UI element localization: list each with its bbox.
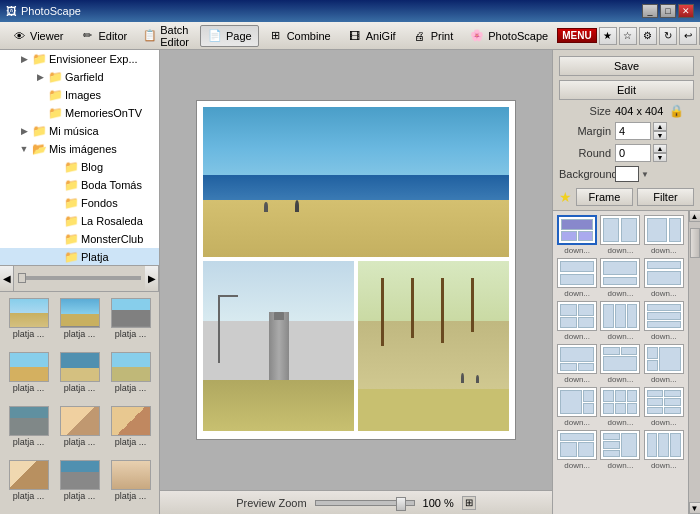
layout-thumb[interactable] — [600, 387, 640, 417]
round-up[interactable]: ▲ — [653, 144, 667, 153]
star-empty-button[interactable]: ☆ — [619, 27, 637, 45]
layout-thumb[interactable] — [557, 344, 597, 374]
tree-item[interactable]: 📁 MemoriesOnTV — [0, 104, 159, 122]
thumbnail-item[interactable]: platja ... — [106, 350, 155, 402]
layout-thumb[interactable] — [600, 301, 640, 331]
margin-input[interactable]: 4 — [615, 122, 651, 140]
tree-item[interactable]: 📁 Boda Tomás — [0, 176, 159, 194]
layout-thumb[interactable] — [600, 258, 640, 288]
filter-button[interactable]: Filter — [637, 188, 694, 206]
layout-cell — [647, 271, 681, 285]
layout-cell — [647, 433, 658, 457]
thumbnail-image — [111, 352, 151, 382]
layout-thumb[interactable] — [644, 387, 684, 417]
toolbar-anigif[interactable]: 🎞 AniGif — [340, 25, 403, 47]
scroll-thumb[interactable] — [690, 228, 700, 258]
tree-item[interactable]: 📁 La Rosaleda — [0, 212, 159, 230]
save-button[interactable]: Save — [559, 56, 694, 76]
tree-item[interactable]: 📁 MonsterClub — [0, 230, 159, 248]
thumbnail-item[interactable]: platja ... — [55, 296, 104, 348]
thumbnail-item[interactable]: platja ... — [106, 404, 155, 456]
maximize-button[interactable]: □ — [660, 4, 676, 18]
toolbar-viewer[interactable]: 👁 Viewer — [4, 25, 70, 47]
thumbnail-item[interactable]: platja ... — [4, 458, 53, 510]
layout-thumb[interactable] — [644, 215, 684, 245]
thumbnail-item[interactable]: platja ... — [4, 404, 53, 456]
layout-thumb[interactable] — [644, 258, 684, 288]
background-color-picker[interactable] — [615, 166, 639, 182]
tree-expander — [32, 87, 48, 103]
star-filled-button[interactable]: ★ — [599, 27, 617, 45]
toolbar-editor[interactable]: ✏ Editor — [72, 25, 134, 47]
minimize-button[interactable]: _ — [642, 4, 658, 18]
tree-expander[interactable]: ▶ — [16, 51, 32, 67]
tree-item[interactable]: ▼ 📂 Mis imágenes — [0, 140, 159, 158]
scroll-down-button[interactable]: ▼ — [689, 502, 701, 514]
undo-button[interactable]: ↩ — [679, 27, 697, 45]
thumbnail-image — [60, 406, 100, 436]
zoom-slider[interactable] — [315, 500, 415, 506]
thumbnail-label: platja ... — [109, 491, 153, 501]
tree-expander — [48, 177, 64, 193]
gear-button[interactable]: ⚙ — [639, 27, 657, 45]
tree-item[interactable]: 📁 Images — [0, 86, 159, 104]
thumbnail-item[interactable]: platja ... — [106, 458, 155, 510]
tree-item[interactable]: 📁 Fondos — [0, 194, 159, 212]
menu-button[interactable]: MENU — [557, 28, 596, 43]
refresh-button[interactable]: ↻ — [659, 27, 677, 45]
frame-button[interactable]: Frame — [576, 188, 633, 206]
tree-expander[interactable]: ▶ — [16, 123, 32, 139]
toolbar-combine[interactable]: ⊞ Combine — [261, 25, 338, 47]
layout-thumb[interactable] — [557, 430, 597, 460]
tree-item[interactable]: 📁 Platja — [0, 248, 159, 266]
thumbnail-item[interactable]: platja ... — [106, 296, 155, 348]
layout-thumb[interactable] — [600, 430, 640, 460]
layout-cell — [627, 304, 638, 328]
tree-expander[interactable]: ▼ — [16, 141, 32, 157]
layout-thumb[interactable] — [600, 215, 640, 245]
thumbnail-item[interactable]: platja ... — [55, 350, 104, 402]
layout-thumb[interactable] — [557, 215, 597, 245]
folder-tree[interactable]: ▶ 📁 Envisioneer Exp... ▶ 📁 Garfield 📁 Im… — [0, 50, 159, 266]
title-bar-left: 🖼 PhotoScape — [6, 5, 81, 17]
thumbnail-item[interactable]: platja ... — [55, 404, 104, 456]
tree-item[interactable]: 📁 Blog — [0, 158, 159, 176]
layout-cell — [560, 274, 594, 285]
layout-thumb[interactable] — [644, 301, 684, 331]
layout-grid-container[interactable]: down... down... — [553, 210, 688, 514]
tree-item[interactable]: ▶ 📁 Garfield — [0, 68, 159, 86]
layout-cell — [560, 317, 577, 329]
layout-thumb[interactable] — [600, 344, 640, 374]
margin-up[interactable]: ▲ — [653, 122, 667, 131]
toolbar-batch[interactable]: 📋 Batch Editor — [136, 25, 198, 47]
edit-button[interactable]: Edit — [559, 80, 694, 100]
thumbnail-label: platja ... — [7, 383, 51, 393]
tree-item[interactable]: ▶ 📁 Envisioneer Exp... — [0, 50, 159, 68]
thumb-nav-prev[interactable]: ◀ — [0, 266, 14, 291]
thumbnail-item[interactable]: platja ... — [4, 350, 53, 402]
round-input[interactable]: 0 — [615, 144, 651, 162]
zoom-reset-button[interactable]: ⊞ — [462, 496, 476, 510]
layout-thumb[interactable] — [557, 387, 597, 417]
layout-label: down... — [564, 375, 590, 384]
round-down[interactable]: ▼ — [653, 153, 667, 162]
star-icon: ★ — [559, 189, 572, 205]
thumb-nav-next[interactable]: ▶ — [145, 266, 159, 291]
toolbar-photoscape[interactable]: 🌸 PhotoScape — [462, 25, 555, 47]
toolbar-print[interactable]: 🖨 Print — [405, 25, 461, 47]
size-value: 404 x 404 — [615, 105, 663, 117]
thumbnail-item[interactable]: platja ... — [55, 458, 104, 510]
tree-expander[interactable]: ▶ — [32, 69, 48, 85]
layout-thumb[interactable] — [644, 344, 684, 374]
layout-thumb[interactable] — [557, 301, 597, 331]
layout-thumb[interactable] — [557, 258, 597, 288]
layout-thumb[interactable] — [644, 430, 684, 460]
close-button[interactable]: ✕ — [678, 4, 694, 18]
toolbar-page[interactable]: 📄 Page — [200, 25, 259, 47]
layout-cell — [603, 356, 637, 371]
tree-item[interactable]: ▶ 📁 Mi música — [0, 122, 159, 140]
margin-down[interactable]: ▼ — [653, 131, 667, 140]
zoom-thumb[interactable] — [396, 497, 406, 511]
thumbnail-item[interactable]: platja ... — [4, 296, 53, 348]
scroll-up-button[interactable]: ▲ — [689, 210, 701, 222]
